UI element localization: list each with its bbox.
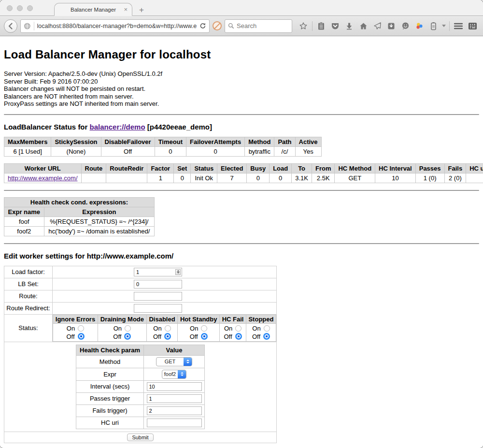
- back-button[interactable]: [4, 19, 17, 33]
- col-active: Active: [295, 137, 321, 146]
- save-panel-icon[interactable]: [386, 21, 397, 31]
- tab-close-icon[interactable]: ×: [124, 6, 128, 13]
- ignore-errors-off-radio[interactable]: [78, 333, 85, 340]
- hot-standby-on-radio[interactable]: [201, 325, 207, 332]
- minimize-window-icon[interactable]: [17, 5, 23, 11]
- route-redirect-input[interactable]: [134, 304, 182, 313]
- hc-uri-cell: [144, 417, 205, 429]
- cell-method: bytraffic: [245, 146, 274, 156]
- number-spinner-icon[interactable]: [175, 269, 181, 275]
- col-routeredir: RouteRedir: [106, 163, 147, 173]
- cell-hc-uri: [466, 173, 483, 183]
- url-text[interactable]: localhost:8880/balancer-manager?b=demo&w…: [37, 23, 197, 29]
- tab-bar: Balancer Manager × +: [0, 0, 483, 16]
- fails-input[interactable]: [147, 406, 202, 415]
- cell-timeout: 0: [155, 146, 186, 156]
- on-label: On: [224, 325, 232, 332]
- col-health-value: Value: [144, 345, 205, 355]
- expr-select[interactable]: foof2: [162, 370, 186, 379]
- window-controls[interactable]: [7, 5, 33, 11]
- col-maxmembers: MaxMembers: [4, 137, 51, 146]
- method-select[interactable]: GET: [156, 357, 192, 366]
- table-header-row: Health Check param Value: [76, 345, 205, 355]
- cell-from: 2.5K: [312, 173, 335, 183]
- new-tab-button[interactable]: +: [139, 6, 144, 14]
- ignore-errors-options: On Off: [53, 323, 98, 341]
- ignore-errors-on-radio[interactable]: [78, 325, 84, 332]
- interval-label: Interval (secs): [76, 380, 144, 392]
- disabled-off-radio[interactable]: [164, 333, 171, 340]
- reading-list-icon[interactable]: [316, 21, 327, 31]
- col-hc-fail: HC Fail: [220, 315, 246, 323]
- edit-worker-heading: Edit worker settings for http://www.exam…: [4, 252, 479, 260]
- search-bar[interactable]: [225, 19, 292, 33]
- route-input[interactable]: [134, 292, 182, 301]
- blocked-content-icon[interactable]: [213, 21, 222, 30]
- zoom-window-icon[interactable]: [27, 5, 33, 11]
- edit-worker-form: Load factor: LB Set: Route:: [4, 266, 277, 443]
- downloads-icon[interactable]: [344, 21, 355, 31]
- col-ignore-errors: Ignore Errors: [53, 315, 98, 323]
- table-row: foof %{REQUEST_STATUS} =~ /^[234]/: [4, 217, 155, 226]
- form-row-lb-set: LB Set:: [4, 278, 277, 290]
- form-row-route: Route:: [4, 290, 277, 302]
- cell-status: Init Ok: [191, 173, 217, 183]
- draining-mode-off-radio[interactable]: [124, 333, 131, 340]
- pocket-icon[interactable]: [330, 21, 341, 31]
- balancer-demo-link[interactable]: balancer://demo: [90, 123, 145, 131]
- load-factor-label: Load factor:: [4, 266, 53, 278]
- bookmark-star-icon[interactable]: [298, 21, 309, 31]
- hot-standby-off-radio[interactable]: [201, 333, 208, 340]
- search-input[interactable]: [237, 22, 280, 29]
- stopped-off-radio[interactable]: [263, 333, 270, 340]
- reload-icon[interactable]: [199, 22, 206, 29]
- url-bar[interactable]: localhost:8880/balancer-manager?b=demo&w…: [20, 19, 210, 33]
- col-disabled: Disabled: [146, 315, 177, 323]
- col-draining-mode: Draining Mode: [98, 315, 146, 323]
- select-arrows-icon: [184, 358, 192, 366]
- cell-disablefailover: Off: [101, 146, 155, 156]
- toolbar-icons: [298, 21, 478, 31]
- worker-url-link[interactable]: http://www.example.com/: [8, 174, 78, 182]
- home-icon[interactable]: [358, 21, 369, 31]
- passes-input[interactable]: [147, 394, 202, 403]
- table-header-row: MaxMembers StickySession DisableFailover…: [4, 137, 322, 146]
- worker-table: Worker URL Route RouteRedir Factor Set S…: [4, 163, 483, 183]
- col-passes: Passes: [415, 163, 444, 173]
- feedback-smiley-icon[interactable]: [400, 21, 411, 31]
- server-version-line: Server Version: Apache/2.5.0-dev (Unix) …: [4, 70, 479, 78]
- close-window-icon[interactable]: [7, 5, 13, 11]
- hc-fail-on-radio[interactable]: [235, 325, 242, 332]
- submit-button[interactable]: Submit: [127, 434, 153, 441]
- interval-input[interactable]: [147, 382, 202, 391]
- chevron-down-icon[interactable]: [442, 25, 446, 27]
- cell-active: Yes: [295, 146, 321, 156]
- tab-balancer-manager[interactable]: Balancer Manager ×: [54, 3, 132, 16]
- cell-stickysession: (None): [51, 146, 101, 156]
- heading-suffix: [p4420eeae_demo]: [145, 123, 212, 131]
- battery-widget-icon[interactable]: [428, 21, 439, 31]
- lb-set-label: LB Set:: [4, 278, 53, 290]
- lb-set-cell: [53, 278, 277, 290]
- heading-prefix: LoadBalancer Status for: [4, 123, 90, 131]
- menu-hamburger-icon[interactable]: [453, 21, 464, 31]
- disabled-on-radio[interactable]: [165, 325, 171, 332]
- colors-extension-icon[interactable]: [414, 21, 425, 31]
- share-send-icon[interactable]: [372, 21, 383, 31]
- cell-busy: 0: [247, 173, 270, 183]
- on-label: On: [153, 325, 161, 332]
- health-row-passes: Passes trigger: [76, 392, 205, 405]
- apps-grid-icon[interactable]: [467, 21, 478, 31]
- hc-fail-off-radio[interactable]: [235, 333, 242, 340]
- load-factor-input[interactable]: [134, 268, 182, 276]
- cell-to: 3.1K: [292, 173, 312, 183]
- expr-cell: foof2: [144, 368, 205, 380]
- off-label: Off: [190, 333, 198, 340]
- col-from: From: [312, 163, 335, 173]
- lb-set-input[interactable]: [134, 280, 182, 289]
- draining-mode-on-radio[interactable]: [125, 325, 131, 332]
- status-cell: Ignore Errors Draining Mode Disabled Hot…: [53, 314, 277, 342]
- stopped-on-radio[interactable]: [264, 325, 270, 332]
- table-row: foof2 hc('body') =~ /domain is establish…: [4, 226, 155, 236]
- hc-uri-input[interactable]: [147, 419, 202, 427]
